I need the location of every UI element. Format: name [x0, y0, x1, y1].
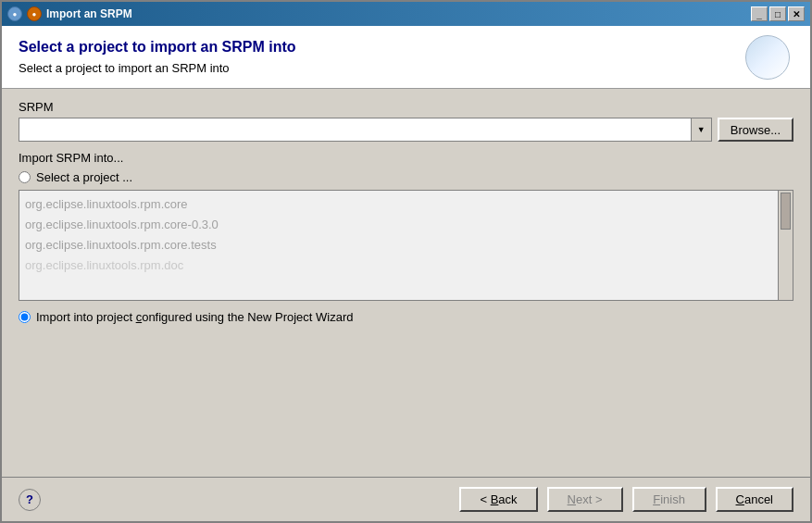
titlebar-icon-2: ● [27, 6, 42, 21]
import-group: Import SRPM into... Select a project ...… [19, 151, 793, 324]
import-group-title: Import SRPM into... [19, 151, 793, 165]
titlebar-icon-1: ● [7, 6, 22, 21]
list-item[interactable]: org.eclipse.linuxtools.rpm.doc [25, 255, 787, 276]
list-item[interactable]: org.eclipse.linuxtools.rpm.core.tests [25, 235, 787, 255]
browse-button[interactable]: Browse... [718, 118, 793, 142]
select-project-label: Select a project ... [36, 170, 132, 184]
finish-label-underline: F [653, 492, 660, 506]
scrollbar-thumb[interactable] [781, 193, 791, 230]
titlebar-title: Import an SRPM [46, 7, 746, 20]
list-item[interactable]: org.eclipse.linuxtools.rpm.core-0.3.0 [25, 215, 787, 235]
cancel-label-underline: C [736, 492, 744, 506]
cancel-button[interactable]: Cancel [716, 487, 793, 512]
srpm-input[interactable] [19, 118, 691, 141]
select-project-option[interactable]: Select a project ... [19, 170, 793, 184]
header-subtitle: Select a project to import an SRPM into [19, 61, 793, 75]
header-icon [745, 35, 792, 81]
new-project-option[interactable]: Import into project configured using the… [19, 310, 793, 324]
scrollbar-track[interactable] [778, 191, 793, 300]
project-list-inner: org.eclipse.linuxtools.rpm.core org.ecli… [19, 191, 793, 280]
new-project-label: Import into project configured using the… [36, 310, 354, 324]
titlebar: ● ● Import an SRPM _ □ ✕ [2, 2, 810, 26]
next-label-underline: N [568, 492, 576, 506]
srpm-dropdown-button[interactable]: ▼ [691, 118, 711, 141]
srpm-label: SRPM [19, 100, 793, 114]
select-project-radio[interactable] [19, 171, 31, 183]
minimize-button[interactable]: _ [751, 6, 768, 21]
header-icon-circle [745, 35, 790, 80]
titlebar-controls: _ □ ✕ [751, 6, 805, 21]
srpm-input-wrapper: ▼ [19, 118, 712, 142]
srpm-row: ▼ Browse... [19, 118, 793, 142]
header-title: Select a project to import an SRPM into [19, 39, 793, 56]
footer: ? < Back Next > Finish Cancel [2, 477, 810, 521]
maximize-button[interactable]: □ [769, 6, 786, 21]
next-button[interactable]: Next > [547, 487, 623, 512]
main-section: SRPM ▼ Browse... Import SRPM into... Sel… [2, 89, 810, 477]
project-listbox[interactable]: org.eclipse.linuxtools.rpm.core org.ecli… [19, 190, 793, 301]
header-section: Select a project to import an SRPM into … [2, 26, 810, 89]
close-button[interactable]: ✕ [788, 6, 805, 21]
list-item[interactable]: org.eclipse.linuxtools.rpm.core [25, 194, 787, 215]
main-window: ● ● Import an SRPM _ □ ✕ Select a projec… [0, 0, 812, 523]
help-button[interactable]: ? [19, 489, 41, 511]
srpm-group: SRPM ▼ Browse... [19, 100, 793, 142]
new-project-radio[interactable] [19, 311, 31, 323]
back-button[interactable]: < Back [459, 487, 537, 512]
finish-button[interactable]: Finish [632, 487, 706, 512]
back-label-underline: B [491, 492, 499, 506]
